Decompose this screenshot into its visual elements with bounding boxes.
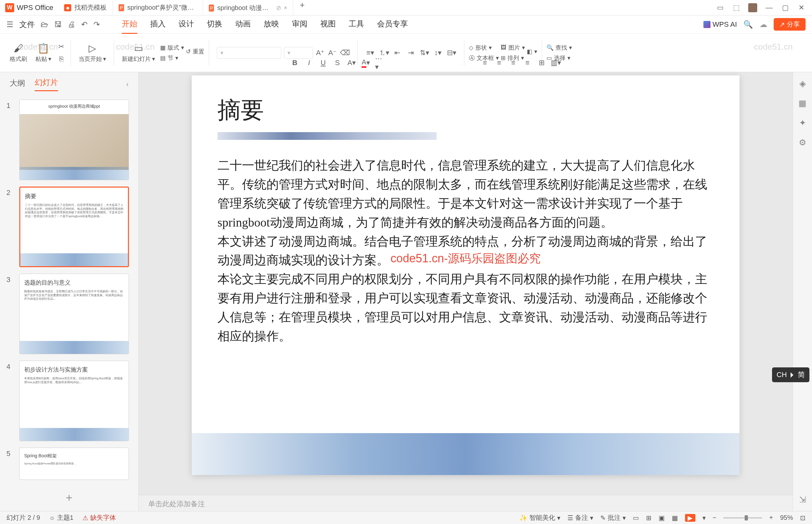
undo-icon[interactable]: ↶: [81, 20, 88, 29]
notes-input[interactable]: 单击此处添加备注: [138, 495, 793, 511]
slide-thumb-2[interactable]: 摘要二十一世纪我们的社会进入了信息时代，信息管理系统的建立，大大提高了人们信息化…: [19, 186, 129, 267]
tab-design[interactable]: 设计: [179, 15, 194, 34]
slide-thumb-1[interactable]: springboot 动漫周边商城ppt: [19, 100, 129, 180]
minimize-button[interactable]: —: [765, 3, 773, 12]
find-button[interactable]: 🔍查找 ▾: [546, 44, 572, 52]
text-direction-button[interactable]: ↕▾: [433, 48, 443, 58]
layout-button[interactable]: ▦版式 ▾: [160, 44, 184, 52]
rail-expand-icon[interactable]: ⇲: [799, 495, 806, 505]
rail-tool-icon[interactable]: ⚙: [799, 137, 806, 148]
align-right-button[interactable]: ≡: [509, 58, 518, 68]
increase-font-icon[interactable]: A⁺: [315, 48, 325, 58]
font-color-button[interactable]: A▾: [361, 58, 370, 68]
indent-right-button[interactable]: ⇥: [406, 48, 416, 58]
font-size-select[interactable]: ▾: [284, 47, 313, 59]
clear-format-icon[interactable]: ⌫: [340, 48, 350, 58]
zoom-level[interactable]: 95%: [780, 514, 793, 521]
new-slide-button[interactable]: ▭ 新建幻灯片 ▾: [119, 43, 158, 63]
slide-thumb-4[interactable]: 初步设计方法与实施方案本系统采用B/S架构，使用Java语言开发。后端采用Spr…: [19, 361, 129, 441]
align-justify-button[interactable]: ≡: [523, 58, 532, 68]
view-grid-icon[interactable]: ▦: [672, 514, 678, 522]
bold-button[interactable]: B: [290, 58, 300, 68]
line-spacing-button[interactable]: ⇅▾: [419, 48, 429, 58]
ime-indicator[interactable]: CH ⏵ 简: [772, 367, 809, 382]
underline-button[interactable]: U: [318, 58, 328, 68]
tab-insert[interactable]: 插入: [150, 15, 166, 34]
copy-icon[interactable]: ⎘: [56, 54, 66, 64]
file-menu[interactable]: 文件: [19, 19, 35, 30]
tab-tools[interactable]: 工具: [349, 15, 364, 34]
section-button[interactable]: ▤节 ▾: [160, 54, 184, 62]
slide-thumb-5[interactable]: Spring Boot框架Spring Boot是由Pivotal团队提供的全新…: [19, 448, 129, 480]
strike-button[interactable]: S: [333, 58, 342, 68]
cloud-icon[interactable]: ☁: [760, 20, 767, 29]
close-icon[interactable]: ×: [284, 4, 287, 11]
tab-animation[interactable]: 动画: [235, 15, 251, 34]
format-brush-button[interactable]: 🖌 格式刷: [6, 43, 30, 63]
comments-toggle[interactable]: ✎ 批注 ▾: [600, 513, 626, 522]
align-center-button[interactable]: ≡: [494, 58, 504, 68]
reset-button[interactable]: ↺重置: [186, 48, 204, 55]
zoom-slider[interactable]: [724, 517, 762, 519]
open-icon[interactable]: 🗁: [40, 20, 48, 29]
cube-icon[interactable]: ⬚: [732, 3, 741, 12]
distribute-button[interactable]: ⊞: [537, 58, 546, 68]
slideshow-dropdown[interactable]: ▾: [702, 514, 706, 522]
indent-left-button[interactable]: ⇤: [393, 48, 402, 58]
theme-indicator[interactable]: ☼ 主题1: [49, 513, 73, 522]
fit-screen-button[interactable]: ⊡: [800, 514, 806, 522]
redo-icon[interactable]: ↷: [94, 20, 100, 29]
rail-animation-icon[interactable]: ✦: [799, 118, 806, 128]
notes-toggle[interactable]: ☰ 备注 ▾: [567, 513, 593, 522]
zoom-out-button[interactable]: −: [713, 514, 717, 521]
save-icon[interactable]: 🖫: [54, 20, 62, 29]
tab-view[interactable]: 视图: [320, 15, 336, 34]
tab-template[interactable]: ◆ 找稻壳模板: [58, 0, 113, 15]
maximize-button[interactable]: ▢: [781, 3, 790, 12]
window-multi-icon[interactable]: ▭: [716, 3, 724, 12]
zoom-in-button[interactable]: +: [769, 514, 773, 521]
beautify-button[interactable]: ✨ 智能美化 ▾: [519, 513, 560, 522]
from-current-button[interactable]: ▷ 当页开始 ▾: [76, 43, 109, 63]
search-icon[interactable]: 🔍: [743, 20, 753, 29]
slide-canvas[interactable]: 摘要 二十一世纪我们的社会进入了信息时代，信息管理系统的建立，大大提高了人们信息…: [192, 76, 740, 475]
slides-tab[interactable]: 幻灯片: [35, 77, 58, 91]
view-reading-icon[interactable]: ▣: [659, 514, 665, 522]
share-button[interactable]: ↗ 分享: [774, 18, 806, 31]
close-button[interactable]: ✕: [797, 3, 806, 12]
rail-material-icon[interactable]: ▦: [798, 98, 807, 108]
align-left-button[interactable]: ≡: [480, 58, 490, 68]
bullets-button[interactable]: ≡▾: [365, 48, 375, 58]
wps-ai-button[interactable]: WPS AI: [703, 20, 737, 29]
missing-font-warning[interactable]: ⚠ 缺失字体: [82, 513, 116, 522]
columns-button[interactable]: ▥▾: [551, 58, 561, 68]
align-button[interactable]: ⊟▾: [447, 48, 456, 58]
view-normal-icon[interactable]: ▭: [633, 514, 639, 522]
tab-transition[interactable]: 切换: [207, 15, 222, 34]
image-button[interactable]: 🖼图片 ▾: [501, 44, 525, 52]
highlight-button[interactable]: A▾: [347, 58, 357, 68]
slideshow-button[interactable]: ▶: [685, 514, 695, 522]
font-select[interactable]: ▾: [217, 47, 281, 59]
outline-tab[interactable]: 大纲: [10, 78, 25, 91]
tab-start[interactable]: 开始: [122, 15, 137, 34]
add-tab-button[interactable]: +: [293, 0, 311, 15]
more-font-button[interactable]: ⋯▾: [375, 58, 385, 68]
collapse-sidebar-icon[interactable]: ‹: [126, 80, 129, 88]
style-button[interactable]: ◧▾: [527, 48, 537, 55]
paste-button[interactable]: 📋 粘贴 ▾: [32, 43, 54, 63]
slide-thumb-3[interactable]: 选题的目的与意义随着科技的发展与进步，互联网已成为人们日常生活中不可或缺的一部分…: [19, 274, 129, 354]
tab-member[interactable]: 会员专享: [377, 15, 408, 34]
cut-icon[interactable]: ✂: [56, 42, 66, 52]
shape-button[interactable]: ◇形状 ▾: [469, 44, 499, 52]
tab-review[interactable]: 审阅: [292, 15, 308, 34]
decrease-font-icon[interactable]: A⁻: [328, 48, 337, 58]
avatar-icon[interactable]: [748, 3, 757, 12]
print-icon[interactable]: 🖨: [68, 20, 76, 29]
tab-slideshow[interactable]: 放映: [264, 15, 279, 34]
tab-doc-1[interactable]: P springboot“鼻护灵”微信小程序的: [113, 0, 203, 15]
rail-template-icon[interactable]: ◈: [799, 79, 806, 88]
view-sorter-icon[interactable]: ⊞: [646, 514, 651, 522]
add-slide-button[interactable]: +: [66, 491, 72, 505]
tab-doc-active[interactable]: P springboot 动漫周边商城的 ⎚ ×: [203, 0, 293, 15]
